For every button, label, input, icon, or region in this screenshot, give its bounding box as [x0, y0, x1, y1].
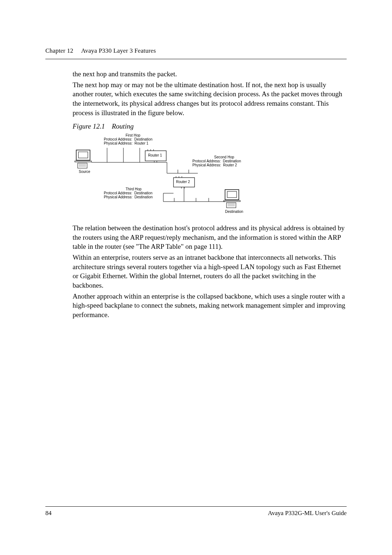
svg-rect-2: [75, 161, 91, 162]
paragraph-5: Another approach within an enterprise is…: [73, 292, 347, 320]
figure-number: Figure 12.1: [73, 122, 105, 130]
header-rule: [45, 59, 347, 59]
body-block-2: The relation between the destination hos…: [73, 223, 347, 319]
routing-diagram: First Hop Protocol Address: Destination …: [73, 133, 283, 217]
svg-rect-39: [224, 200, 240, 202]
paragraph-1: the next hop and transmits the packet.: [73, 69, 347, 79]
svg-rect-3: [78, 163, 87, 168]
second-hop-proto-label: Protocol Address: Destination: [192, 159, 241, 163]
chapter-label: Chapter 12: [45, 47, 73, 54]
source-icon: [75, 150, 91, 168]
paragraph-3: The relation between the destination hos…: [73, 223, 347, 251]
page-number: 84: [45, 510, 52, 517]
figure-title: Routing: [112, 122, 134, 130]
body-block-1: the next hop and transmits the packet. T…: [73, 69, 347, 117]
router1-label: Router 1: [148, 153, 162, 158]
page-header: Chapter 12 Avaya P330 Layer 3 Features: [45, 47, 347, 54]
paragraph-4: Within an enterprise, routers serve as a…: [73, 253, 347, 290]
diagram-svg: [73, 133, 283, 217]
svg-rect-1: [78, 152, 88, 158]
paragraph-2: The next hop may or may not be the ultim…: [73, 80, 347, 118]
chapter-title: Avaya P330 Layer 3 Features: [81, 47, 156, 54]
second-hop-label: Second Hop: [214, 155, 234, 159]
guide-name: Avaya P332G-ML User's Guide: [268, 510, 347, 517]
third-hop-proto-label: Protocol Address: Destination: [104, 191, 152, 195]
destination-label: Destination: [225, 210, 243, 214]
destination-icon: [224, 190, 240, 208]
second-hop-phys-label: Physical Address: Router 2: [192, 163, 237, 167]
first-hop-phys-label: Physical Address: Router 1: [104, 141, 148, 146]
first-hop-label: First Hop: [126, 133, 140, 138]
svg-rect-40: [226, 203, 236, 208]
page-footer: 84 Avaya P332G-ML User's Guide: [45, 506, 347, 517]
source-label: Source: [79, 170, 90, 174]
first-hop-proto-label: Protocol Address: Destination: [104, 137, 152, 142]
footer-rule: [45, 506, 347, 507]
router2-label: Router 2: [176, 180, 190, 184]
third-hop-phys-label: Physical Address: Destination: [104, 195, 153, 199]
figure-caption: Figure 12.1 Routing: [73, 122, 347, 130]
svg-rect-38: [227, 191, 237, 198]
third-hop-label: Third Hop: [126, 187, 142, 191]
